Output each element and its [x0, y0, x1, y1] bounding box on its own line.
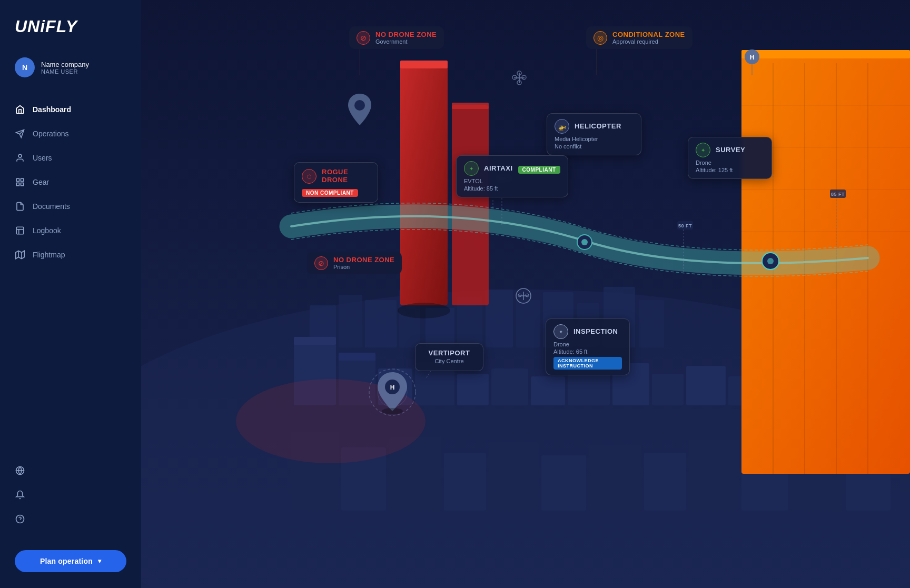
svg-point-101: [382, 408, 403, 414]
sidebar-item-notifications[interactable]: [0, 484, 141, 506]
svg-point-86: [767, 258, 774, 264]
plan-operation-area: Plan operation ▾: [0, 541, 141, 588]
airtaxi-sub2: Altitude: 85 ft: [464, 185, 560, 192]
no-drone-government-sub: Government: [375, 38, 437, 45]
user-name: NAME USER: [41, 68, 89, 75]
sidebar-item-dashboard[interactable]: Dashboard: [0, 97, 141, 122]
svg-rect-3: [16, 178, 19, 181]
svg-rect-34: [339, 353, 375, 361]
sidebar-bottom: [0, 454, 141, 541]
sidebar-item-logbook[interactable]: Logbook: [0, 218, 141, 243]
svg-rect-7: [16, 227, 24, 234]
helicopter-sub2: No conflict: [555, 143, 634, 150]
no-drone-prison-title: NO DRONE ZONE: [333, 256, 394, 264]
svg-rect-52: [589, 445, 641, 511]
house-icon: [15, 104, 25, 115]
gear-icon: [15, 177, 25, 187]
vertiport-sub: City Centre: [423, 358, 476, 364]
inspection-sub2: Altitude: 65 ft: [553, 348, 622, 355]
no-drone-icon: ⊘: [357, 31, 370, 45]
rogue-drone-icon: ⬡: [302, 169, 316, 184]
svg-rect-25: [486, 290, 513, 347]
airtaxi-icon: ✦: [464, 161, 479, 176]
acknowledge-badge[interactable]: ACKNOWLEDGE INSTRUCTION: [553, 357, 622, 370]
conditional-zone-icon: ◎: [594, 31, 607, 45]
svg-marker-10: [16, 251, 25, 259]
city-scene: 85 FT 85 FT 50 FT: [141, 0, 910, 588]
svg-rect-5: [21, 183, 24, 186]
user-info: Name company NAME USER: [41, 61, 89, 75]
sidebar-item-help[interactable]: [0, 508, 141, 530]
sidebar-item-operations[interactable]: Operations: [0, 122, 141, 146]
sidebar-label-logbook: Logbook: [33, 226, 61, 235]
conditional-zone-title: CONDITIONAL ZONE: [612, 31, 685, 38]
svg-rect-42: [652, 374, 684, 405]
helicopter-icon: 🚁: [555, 119, 569, 134]
inspection-icon: ✦: [553, 324, 568, 339]
file-icon: [15, 201, 25, 212]
sidebar-label-operations: Operations: [33, 129, 68, 138]
sidebar-label-flightmap: Flightmap: [33, 251, 65, 259]
svg-point-84: [581, 239, 588, 245]
svg-rect-39: [531, 376, 565, 405]
svg-rect-58: [400, 63, 448, 305]
svg-text:85 FT: 85 FT: [831, 192, 845, 197]
airtaxi-title: AIRTAXI: [484, 164, 513, 172]
user-profile[interactable]: N Name company NAME USER: [0, 51, 141, 92]
vertiport-title: VERTIPORT: [423, 349, 476, 357]
sidebar-item-gear[interactable]: Gear: [0, 170, 141, 194]
question-icon: [15, 514, 25, 524]
inspection-title: INSPECTION: [573, 327, 618, 335]
non-compliant-badge: NON COMPLIANT: [302, 189, 358, 197]
svg-rect-21: [365, 300, 397, 347]
main-nav: Dashboard Operations Users: [0, 92, 141, 454]
svg-rect-30: [639, 300, 664, 347]
app-logo: UNiFLY: [15, 17, 126, 36]
plan-operation-button[interactable]: Plan operation ▾: [15, 550, 126, 572]
sidebar-label-users: Users: [33, 154, 52, 162]
svg-rect-4: [21, 178, 24, 181]
zone-card-no-drone-prison[interactable]: ⊘ NO DRONE ZONE Prison: [307, 252, 402, 274]
city-map-svg: 85 FT 85 FT 50 FT: [141, 0, 910, 588]
sidebar-item-documents[interactable]: Documents: [0, 194, 141, 218]
send-icon: [15, 128, 25, 139]
svg-rect-51: [541, 455, 586, 511]
svg-rect-37: [457, 374, 489, 405]
no-drone-prison-sub: Prison: [333, 264, 394, 270]
person-icon: [15, 153, 25, 163]
svg-rect-20: [339, 295, 362, 347]
avatar: N: [15, 57, 35, 77]
zone-card-no-drone-government[interactable]: ⊘ NO DRONE ZONE Government: [349, 26, 444, 75]
svg-rect-54: [689, 440, 739, 511]
helicopter-title: HELICOPTER: [575, 122, 621, 130]
chevron-down-icon: ▾: [98, 557, 101, 565]
svg-text:H: H: [750, 54, 755, 61]
compliant-badge: COMPLIANT: [518, 166, 560, 174]
zone-card-conditional[interactable]: ◎ CONDITIONAL ZONE Approval required: [586, 26, 693, 75]
svg-point-60: [398, 303, 450, 318]
svg-rect-49: [444, 453, 486, 511]
no-drone-government-title: NO DRONE ZONE: [375, 31, 437, 38]
svg-point-93: [354, 100, 365, 111]
survey-sub1: Drone: [696, 160, 764, 166]
sidebar: UNiFLY N Name company NAME USER Dashboar…: [0, 0, 141, 588]
rogue-drone-title: ROGUE DRONE: [322, 168, 370, 184]
svg-text:50 FT: 50 FT: [678, 223, 692, 228]
user-company: Name company: [41, 61, 89, 68]
book-icon: [15, 225, 25, 236]
map-icon: [15, 250, 25, 260]
sidebar-label-gear: Gear: [33, 178, 49, 186]
svg-rect-32: [294, 337, 336, 345]
svg-rect-38: [491, 368, 528, 405]
svg-text:H: H: [390, 384, 395, 391]
survey-sub2: Altitude: 125 ft: [696, 167, 764, 173]
airtaxi-sub1: EVTOL: [464, 178, 560, 184]
svg-rect-64: [741, 50, 910, 58]
bell-icon: [15, 490, 25, 500]
sidebar-item-globe[interactable]: [0, 460, 141, 482]
survey-icon: ✦: [696, 143, 710, 157]
sidebar-item-users[interactable]: Users: [0, 146, 141, 170]
svg-rect-53: [644, 453, 686, 511]
sidebar-label-dashboard: Dashboard: [33, 105, 71, 114]
sidebar-item-flightmap[interactable]: Flightmap: [0, 243, 141, 267]
